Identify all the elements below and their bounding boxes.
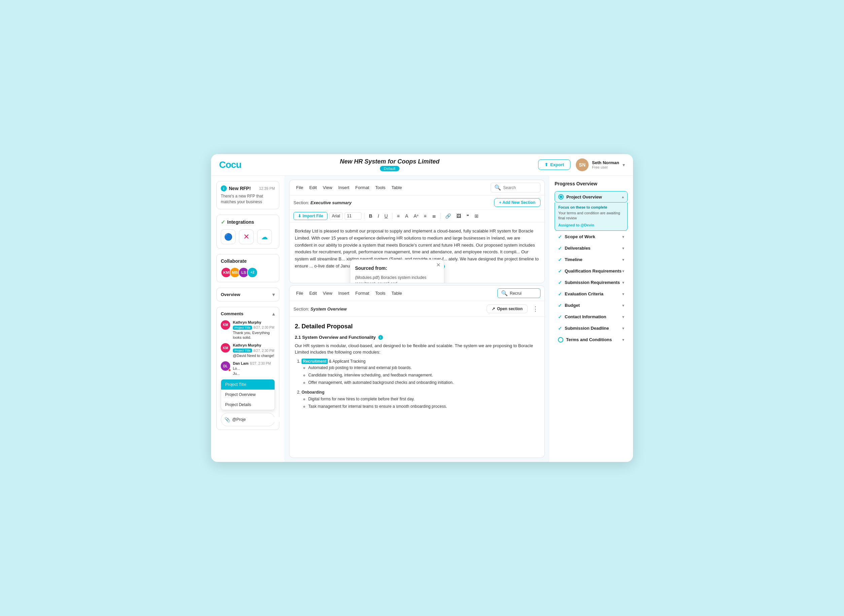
- highlight-button[interactable]: A: [404, 212, 410, 220]
- dropdown-item-project-overview[interactable]: Project Overview: [221, 390, 274, 400]
- size-selector[interactable]: 11: [345, 212, 361, 220]
- underline-button[interactable]: U: [383, 212, 389, 220]
- sub-item-2: Candidate tracking, interview scheduling…: [308, 372, 539, 378]
- progress-item-contact[interactable]: ✓ Contact Information ▾: [555, 311, 628, 322]
- list-item-1-rest: & Applicant Tracking: [329, 359, 365, 364]
- chevron-down-submission-req: ▾: [622, 280, 624, 285]
- menu-tools[interactable]: Tools: [373, 184, 388, 191]
- close-button[interactable]: ✕: [436, 263, 440, 268]
- comment-avatar-3: DL: [221, 361, 230, 371]
- focus-text: Your terms and condition are awaiting fi…: [558, 211, 624, 221]
- more-options-button[interactable]: ⋮: [530, 304, 540, 314]
- section-bar-2: Section: System Overview ↗ Open section …: [289, 301, 545, 317]
- mention-dropdown: Project Title Project Overview Project D…: [221, 379, 275, 410]
- image-button[interactable]: 🖼: [455, 212, 463, 220]
- menu-table[interactable]: Table: [389, 184, 405, 191]
- rfp-time: 12:39 PM: [259, 186, 275, 191]
- chevron-down-icon[interactable]: ▾: [622, 162, 625, 167]
- comments-chevron-icon[interactable]: ▴: [272, 311, 275, 317]
- integration-icons: 🔵 ✕ ☁: [221, 229, 275, 244]
- menu2-file[interactable]: File: [294, 289, 306, 297]
- check-icon-budget: ✓: [558, 303, 562, 308]
- circle-icon: [558, 194, 564, 199]
- editor-panel-2: File Edit View Insert Format Tools Table…: [289, 285, 545, 458]
- menu-file[interactable]: File: [294, 184, 306, 191]
- rfp-card: i New RFP! 12:39 PM There's a new RFP th…: [216, 181, 279, 209]
- link-button[interactable]: 🔗: [443, 212, 453, 220]
- strikethrough-button[interactable]: ≡: [395, 212, 401, 220]
- sourced-title: Sourced from:: [355, 264, 439, 272]
- divider3: [440, 213, 441, 219]
- paperclip-icon[interactable]: 📎: [225, 417, 230, 422]
- search-input-2[interactable]: [510, 291, 537, 296]
- comment-item-2: KM Kathryn Murphy Project Title 8/27, 2:…: [221, 343, 275, 358]
- export-button[interactable]: ⬆ Export: [538, 160, 570, 170]
- collaborate-title: Collaborate: [221, 258, 275, 264]
- progress-label-budget: Budget: [565, 303, 580, 308]
- comment-name-2: Kathryn Murphy: [233, 343, 261, 347]
- menu2-format[interactable]: Format: [353, 289, 372, 297]
- progress-item-timeline[interactable]: ✓ Timeline ▾: [555, 254, 628, 265]
- check-icon-scope: ✓: [558, 234, 562, 239]
- menu2-tools[interactable]: Tools: [373, 289, 388, 297]
- italic-button[interactable]: I: [376, 212, 381, 220]
- import-file-button[interactable]: ⬇ Import File: [294, 212, 327, 220]
- progress-label-contact: Contact Information: [565, 314, 606, 319]
- google-drive-icon[interactable]: 🔵: [221, 229, 236, 244]
- quote-button[interactable]: ❝: [465, 212, 471, 220]
- menu-view[interactable]: View: [320, 184, 335, 191]
- progress-item-deliverables[interactable]: ✓ Deliverables ▾: [555, 243, 628, 254]
- add-section-button[interactable]: + Add New Section: [494, 198, 540, 207]
- menu-format[interactable]: Format: [353, 184, 372, 191]
- font-size-button[interactable]: Aᵃ: [412, 212, 420, 220]
- menu2-edit[interactable]: Edit: [307, 289, 319, 297]
- progress-item-terms[interactable]: Terms and Conditions ▾: [555, 334, 628, 345]
- editor-content-1[interactable]: Borkday Ltd is pleased to submit our pro…: [289, 222, 545, 283]
- menu2-table[interactable]: Table: [389, 289, 405, 297]
- dropdown-item-project-title[interactable]: Project Title: [221, 380, 274, 390]
- comment-time-2: 8/27, 2:30 PM: [253, 349, 274, 353]
- progress-label-qualification: Qualification Requirements: [565, 268, 622, 274]
- bold-button[interactable]: B: [367, 212, 374, 220]
- progress-item-deadline[interactable]: ✓ Submission Deadline ▾: [555, 323, 628, 334]
- progress-item-submission-req[interactable]: ✓ Submission Requirements ▾: [555, 277, 628, 288]
- overview-header[interactable]: Overview ▾: [221, 291, 275, 298]
- asana-icon[interactable]: ✕: [239, 229, 254, 244]
- table-button[interactable]: ⊞: [473, 212, 480, 220]
- info-dot-2[interactable]: i: [378, 335, 383, 340]
- dropdown-item-project-details[interactable]: Project Details: [221, 400, 274, 410]
- menu-insert[interactable]: Insert: [336, 184, 352, 191]
- progress-label-evaluation: Evaluation Criteria: [565, 291, 603, 296]
- editor-content-2[interactable]: 2. Detailed Proposal 2.1 System Overview…: [289, 317, 545, 418]
- progress-item-project-overview[interactable]: Project Overview ▴: [555, 191, 628, 202]
- section-prefix: Section:: [294, 200, 311, 205]
- progress-item-scope[interactable]: ✓ Scope of Work ▾: [555, 232, 628, 242]
- cloud-icon[interactable]: ☁: [257, 229, 272, 244]
- section-label-1: Section: Executive summary: [294, 199, 352, 205]
- rfp-description: There's a new RFP that matches your busi…: [221, 194, 275, 205]
- content-sub: 2.1 System Overview and Functionality i: [295, 334, 539, 341]
- integrations-card: ✓ Integrations 🔵 ✕ ☁: [216, 215, 279, 249]
- comment-body-1: Kathryn Murphy Project Title 8/27, 2:30 …: [233, 320, 275, 340]
- menu2-view[interactable]: View: [320, 289, 335, 297]
- menu2-insert[interactable]: Insert: [336, 289, 352, 297]
- progress-item-qualification[interactable]: ✓ Qualification Requirements ▾: [555, 266, 628, 277]
- comment-text-3: Lo...: [233, 366, 275, 371]
- open-section-button[interactable]: ↗ Open section: [487, 305, 528, 313]
- progress-item-evaluation[interactable]: ✓ Evaluation Criteria ▾: [555, 289, 628, 299]
- font-selector[interactable]: Arial: [329, 212, 343, 220]
- numbered-list: Recruitment & Applicant Tracking Automat…: [295, 358, 539, 410]
- comment-body-3: Dan Lam 8/27, 2:30 PM Lo... Ju...: [233, 361, 275, 376]
- editor-panel-1: File Edit View Insert Format Tools Table…: [289, 180, 545, 283]
- search-input-1[interactable]: [503, 185, 537, 190]
- chevron-down-scope: ▾: [622, 235, 624, 239]
- comment-input[interactable]: [232, 417, 283, 422]
- progress-item-budget[interactable]: ✓ Budget ▾: [555, 300, 628, 311]
- menu-edit[interactable]: Edit: [307, 184, 319, 191]
- bullet-list-button[interactable]: ≡: [422, 212, 428, 220]
- chevron-down-icon: ▾: [272, 291, 275, 298]
- progress-label-deadline: Submission Deadline: [565, 326, 609, 331]
- numbered-list-button[interactable]: ≣: [430, 212, 438, 220]
- section-name-1: Executive summary: [311, 200, 352, 205]
- overview-section: Overview ▾: [216, 287, 279, 301]
